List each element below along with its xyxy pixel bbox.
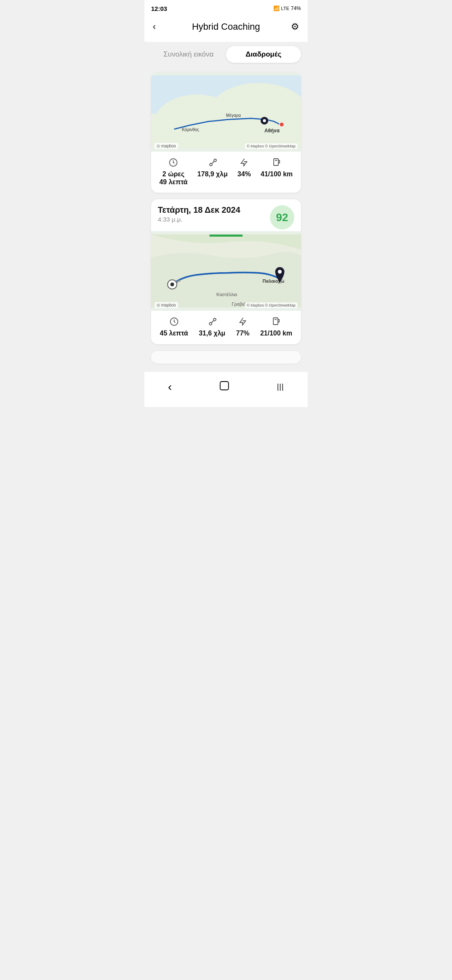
- stat-duration-2: 45 λεπτά: [160, 316, 188, 337]
- svg-text:Αθήνα: Αθήνα: [265, 128, 280, 134]
- svg-point-22: [170, 283, 174, 286]
- signal-icon: LTE: [281, 6, 289, 11]
- stat-consumption: 41/100 km: [261, 157, 293, 186]
- page-title: Hybrid Coaching: [168, 21, 284, 32]
- svg-line-14: [212, 162, 214, 164]
- distance-icon: [208, 157, 218, 168]
- clock-icon: [168, 157, 178, 168]
- top-nav: ‹ Hybrid Coaching ⚙: [144, 15, 308, 42]
- tab-overview[interactable]: Συνολική εικόνα: [151, 46, 226, 63]
- status-time: 12:03: [151, 5, 167, 12]
- electric-value: 34%: [237, 170, 251, 178]
- wifi-icon: 📶: [273, 5, 280, 11]
- trip-map-2: Καστέλλια Γραβιά Παλαιοχώ ⊙mapbox © Mapb…: [151, 231, 301, 311]
- fuel-icon-2: [271, 316, 281, 328]
- mapbox-watermark: ⊙mapbox: [154, 143, 178, 149]
- progress-bar: [209, 235, 243, 237]
- nav-back-button[interactable]: ‹: [158, 377, 182, 397]
- stat-electric-2: 77%: [236, 316, 249, 337]
- map-copyright-2: © Mapbox © OpenStreetMap: [245, 302, 298, 308]
- svg-point-12: [210, 163, 212, 166]
- consumption-value: 41/100 km: [261, 170, 293, 178]
- trip-card-2[interactable]: Τετάρτη, 18 Δεκ 2024 4:33 μ.μ. 92 Καστέλ…: [151, 199, 301, 344]
- nav-apps-button[interactable]: |||: [267, 379, 294, 395]
- trip-1-stats: 2 ώρες49 λεπτά 178,9 χλμ: [151, 152, 301, 193]
- score-badge-2: 92: [270, 205, 294, 230]
- svg-text:Κόρινθος: Κόρινθος: [182, 127, 199, 132]
- stat-distance: 178,9 χλμ: [198, 157, 228, 186]
- distance-icon-2: [207, 316, 217, 328]
- status-icons: 📶 LTE 74%: [273, 5, 301, 11]
- svg-text:Μέγαρα: Μέγαρα: [226, 113, 241, 118]
- lightning-icon-2: [238, 316, 248, 328]
- svg-point-23: [278, 270, 282, 274]
- trip-card-1[interactable]: Κόρινθος Μέγαρα Αθήνα ⊙mapbox © Mapbox ©…: [151, 72, 301, 193]
- content-area: Κόρινθος Μέγαρα Αθήνα ⊙mapbox © Mapbox ©…: [144, 67, 308, 369]
- nav-home-button[interactable]: [209, 377, 240, 397]
- tab-routes[interactable]: Διαδρομές: [226, 46, 301, 63]
- battery-icon: 74%: [291, 5, 301, 11]
- trip-card-3-partial[interactable]: [151, 351, 301, 364]
- stat-electric: 34%: [237, 157, 251, 186]
- svg-text:Γραβιά: Γραβιά: [232, 302, 246, 307]
- svg-rect-30: [220, 382, 229, 390]
- bottom-nav: ‹ |||: [144, 372, 308, 407]
- svg-point-13: [214, 159, 216, 162]
- svg-point-10: [280, 122, 284, 127]
- distance-value: 178,9 χλμ: [198, 170, 228, 178]
- back-button[interactable]: ‹: [153, 21, 168, 32]
- consumption-value-2: 21/100 km: [260, 329, 293, 337]
- status-bar: 12:03 📶 LTE 74%: [144, 0, 308, 15]
- svg-point-9: [263, 119, 266, 122]
- trip-2-time: 4:33 μ.μ.: [158, 216, 240, 223]
- electric-value-2: 77%: [236, 329, 249, 337]
- duration-value-2: 45 λεπτά: [160, 329, 188, 337]
- trip-2-date: Τετάρτη, 18 Δεκ 2024: [158, 205, 240, 215]
- svg-point-25: [209, 322, 212, 325]
- trip-2-stats: 45 λεπτά 31,6 χλμ 77%: [151, 311, 301, 344]
- svg-text:Καστέλλια: Καστέλλια: [216, 292, 237, 297]
- svg-point-26: [213, 318, 216, 321]
- svg-rect-28: [273, 318, 278, 325]
- settings-button[interactable]: ⚙: [284, 21, 299, 32]
- svg-rect-15: [274, 159, 278, 165]
- duration-value: 2 ώρες49 λεπτά: [159, 170, 188, 186]
- svg-line-27: [211, 321, 213, 323]
- distance-value-2: 31,6 χλμ: [199, 329, 225, 337]
- clock-icon-2: [169, 316, 179, 328]
- mapbox-watermark-2: ⊙mapbox: [154, 302, 178, 308]
- tab-bar: Συνολική εικόνα Διαδρομές: [144, 42, 308, 67]
- stat-duration: 2 ώρες49 λεπτά: [159, 157, 188, 186]
- trip-2-header: Τετάρτη, 18 Δεκ 2024 4:33 μ.μ. 92: [151, 199, 301, 231]
- stat-consumption-2: 21/100 km: [260, 316, 293, 337]
- stat-distance-2: 31,6 χλμ: [199, 316, 225, 337]
- trip-map-1: Κόρινθος Μέγαρα Αθήνα ⊙mapbox © Mapbox ©…: [151, 72, 301, 152]
- fuel-icon: [272, 157, 282, 168]
- map-copyright: © Mapbox © OpenStreetMap: [245, 143, 298, 149]
- lightning-icon: [239, 157, 249, 168]
